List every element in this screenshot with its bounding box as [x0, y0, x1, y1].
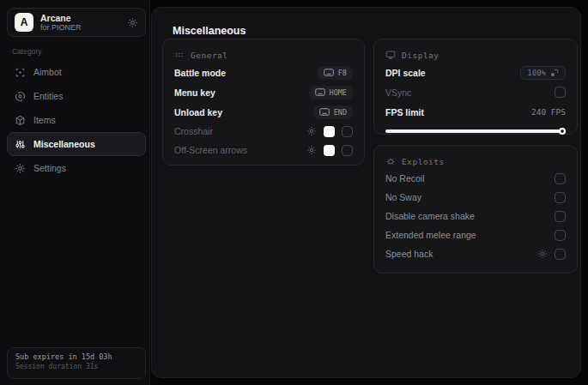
general-panel-header: General	[174, 47, 353, 63]
no-recoil-checkbox[interactable]	[555, 173, 566, 184]
sidebar-item-label: Settings	[33, 163, 66, 173]
grid-icon	[174, 50, 185, 60]
app-name: Arcane	[40, 13, 120, 23]
extended-melee-range-checkbox[interactable]	[555, 230, 566, 241]
main-content: Miscellaneous General Battle mode	[151, 7, 581, 378]
sidebar-item-settings[interactable]: Settings	[7, 156, 146, 180]
vsync-checkbox[interactable]	[555, 87, 566, 98]
gear-icon[interactable]	[127, 17, 138, 28]
setting-row-menu-key: Menu key HOME	[174, 82, 353, 102]
slider-track[interactable]	[385, 129, 566, 133]
sidebar-item-items[interactable]: Items	[7, 108, 146, 132]
setting-row-fps-limit: FPS limit 240 FPS	[385, 102, 566, 122]
display-panel: Display DPI scale 100% VSync FPS limit 2…	[373, 39, 578, 135]
display-panel-title: Display	[402, 51, 439, 60]
brand-text: Arcane for PIONER	[40, 13, 120, 32]
keybind-button[interactable]: F8	[318, 66, 353, 80]
setting-row-dpi-scale: DPI scale 100%	[385, 63, 566, 82]
setting-label: Speed hack	[385, 249, 433, 259]
setting-label: No Recoil	[385, 173, 425, 183]
brand-card[interactable]: A Arcane for PIONER	[7, 8, 146, 37]
sidebar-item-label: Miscellaneous	[33, 139, 95, 149]
setting-label: Unload key	[174, 107, 222, 117]
setting-label: No Sway	[385, 192, 421, 202]
dpi-scale-value: 100%	[527, 69, 546, 77]
setting-label: Battle mode	[174, 68, 226, 78]
sidebar-item-miscellaneous[interactable]: Miscellaneous	[7, 132, 146, 156]
gear-icon	[15, 163, 26, 174]
gear-icon[interactable]	[306, 145, 317, 155]
app-window: A Arcane for PIONER Category	[0, 0, 588, 385]
keyboard-icon	[324, 69, 334, 76]
sliders-icon	[15, 139, 26, 150]
setting-label: VSync	[385, 87, 411, 98]
exploits-panel-title: Exploits	[402, 157, 445, 166]
items-box-icon	[15, 115, 26, 126]
sidebar-item-entities[interactable]: Entities	[7, 84, 146, 108]
category-label: Category	[12, 47, 42, 56]
general-panel: General Battle mode F8 Menu key HOME	[162, 39, 365, 165]
setting-row-unload-key: Unload key END	[174, 102, 353, 122]
setting-row-no-recoil: No Recoil	[385, 169, 566, 188]
sub-expires-text: Sub expires in 15d 03h	[15, 352, 137, 361]
sidebar-item-aimbot[interactable]: Aimbot	[7, 60, 146, 84]
gear-icon[interactable]	[306, 126, 317, 136]
fps-limit-value: 240 FPS	[531, 107, 566, 117]
slider-knob[interactable]	[559, 128, 566, 135]
keybind-value: HOME	[330, 88, 347, 97]
session-duration-text: Session duration 31s	[15, 363, 137, 370]
setting-row-disable-camera-shake: Disable camera shake	[385, 207, 566, 226]
setting-row-speed-hack: Speed hack	[385, 244, 566, 263]
general-panel-title: General	[191, 51, 228, 60]
no-sway-checkbox[interactable]	[555, 192, 566, 203]
aimbot-scan-icon	[15, 67, 26, 78]
setting-label: DPI scale	[385, 68, 426, 78]
sidebar-item-label: Items	[33, 115, 56, 125]
gear-icon[interactable]	[537, 249, 548, 259]
monitor-icon	[385, 50, 396, 60]
page-title: Miscellaneous	[173, 25, 246, 37]
setting-row-extended-melee-range: Extended melee range	[385, 226, 566, 244]
keybind-value: F8	[338, 69, 347, 77]
keybind-button[interactable]: HOME	[309, 86, 353, 99]
setting-label: FPS limit	[385, 107, 424, 117]
exploits-panel-header: Exploits	[385, 153, 566, 169]
setting-row-vsync: VSync	[385, 82, 566, 102]
setting-label: Off-Screen arrows	[174, 145, 247, 155]
setting-row-offscreen-arrows: Off-Screen arrows	[174, 141, 353, 159]
sidebar: A Arcane for PIONER Category	[0, 0, 150, 385]
fps-limit-slider[interactable]	[385, 128, 566, 135]
disable-camera-shake-checkbox[interactable]	[555, 211, 566, 222]
sidebar-nav: Aimbot Entities Items	[7, 60, 146, 180]
setting-label: Disable camera shake	[385, 211, 475, 221]
speed-hack-checkbox[interactable]	[555, 249, 566, 260]
bug-icon	[385, 156, 396, 166]
setting-row-crosshair: Crosshair	[174, 122, 353, 141]
subscription-card: Sub expires in 15d 03h Session duration …	[7, 347, 146, 379]
sidebar-item-label: Entities	[33, 91, 63, 101]
entities-icon	[15, 91, 26, 102]
app-logo: A	[15, 13, 33, 32]
dpi-scale-selector[interactable]: 100%	[520, 66, 566, 80]
setting-label: Extended melee range	[385, 230, 476, 240]
sidebar-item-label: Aimbot	[33, 67, 62, 77]
color-swatch[interactable]	[324, 145, 335, 156]
keyboard-icon	[319, 108, 330, 116]
display-panel-header: Display	[385, 47, 566, 63]
crosshair-checkbox[interactable]	[342, 126, 353, 137]
app-subtitle: for PIONER	[40, 23, 120, 32]
color-swatch[interactable]	[324, 126, 335, 137]
exploits-panel: Exploits No Recoil No Sway Disable camer…	[373, 145, 578, 274]
offscreen-arrows-checkbox[interactable]	[342, 145, 353, 156]
keybind-value: END	[334, 108, 347, 117]
scale-icon	[550, 69, 559, 77]
keybind-button[interactable]: END	[313, 105, 353, 119]
setting-label: Crosshair	[174, 126, 213, 136]
setting-label: Menu key	[174, 87, 215, 98]
keyboard-icon	[315, 88, 325, 96]
setting-row-battle-mode: Battle mode F8	[174, 63, 353, 82]
setting-row-no-sway: No Sway	[385, 188, 566, 207]
